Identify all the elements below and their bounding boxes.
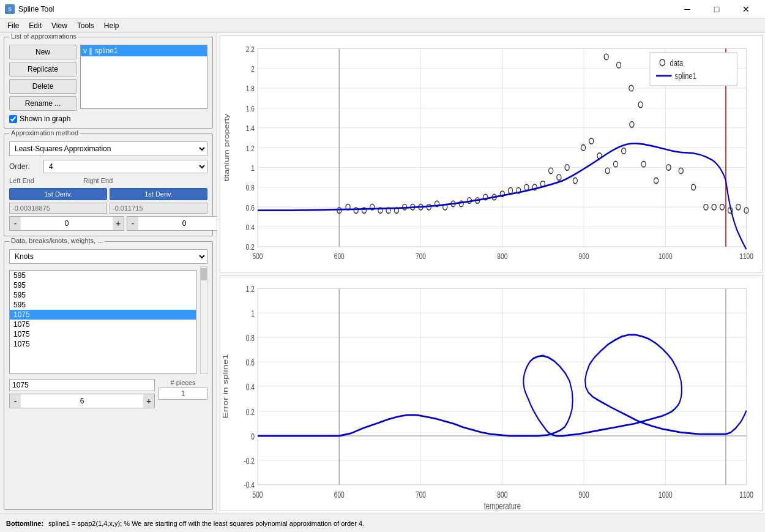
knot-stepper[interactable]: - + <box>9 394 155 408</box>
titlebar-left: S Spline Tool <box>5 4 54 14</box>
svg-text:data: data <box>670 58 683 68</box>
left-panel: List of approximations New Replicate Del… <box>0 33 217 514</box>
statusbar: Bottomline: spline1 = spap2(1,4,x,y); % … <box>0 514 765 532</box>
menu-help[interactable]: Help <box>99 18 124 32</box>
deriv-row: 1st Deriv. 1st Deriv. <box>9 188 207 200</box>
left-stepper[interactable]: - + <box>9 216 124 231</box>
svg-text:800: 800 <box>497 490 507 500</box>
left-stepper-plus[interactable]: + <box>113 217 124 230</box>
svg-text:1000: 1000 <box>659 490 673 500</box>
svg-text:-0.4: -0.4 <box>244 480 255 490</box>
svg-text:600: 600 <box>334 490 345 500</box>
pieces-row: - + # pieces 1 <box>9 379 207 408</box>
svg-text:temperature: temperature <box>484 500 521 511</box>
left-stepper-input[interactable] <box>21 219 113 228</box>
shown-in-graph-label: Shown in graph <box>20 114 70 123</box>
bottom-chart: -0.4 -0.2 0 0.2 0.4 0.6 0.8 1 1.2 500 60… <box>220 275 763 512</box>
menu-view[interactable]: View <box>47 18 72 32</box>
new-button[interactable]: New <box>9 45 76 59</box>
svg-text:0.2: 0.2 <box>246 407 255 417</box>
delete-button[interactable]: Delete <box>9 79 76 94</box>
knot-item-5[interactable]: 1075 <box>10 320 196 329</box>
svg-text:2: 2 <box>251 64 255 74</box>
statusbar-label: Bottomline: <box>6 520 43 527</box>
svg-text:1100: 1100 <box>739 490 753 500</box>
left-stepper-minus[interactable]: - <box>10 217 21 230</box>
svg-text:900: 900 <box>579 490 589 500</box>
statusbar-text: spline1 = spap2(1,4,x,y); % We are start… <box>48 520 364 527</box>
svg-text:500: 500 <box>253 490 263 500</box>
svg-text:1: 1 <box>251 163 255 173</box>
main-layout: List of approximations New Replicate Del… <box>0 33 765 514</box>
knot-item-0[interactable]: 595 <box>10 271 196 280</box>
svg-text:1.2: 1.2 <box>246 143 255 153</box>
svg-text:1100: 1100 <box>739 252 753 261</box>
menu-tools[interactable]: Tools <box>72 18 99 32</box>
data-group-title: Data, breaks/knots, weights, ... <box>9 237 105 244</box>
svg-text:2.2: 2.2 <box>246 44 255 54</box>
svg-text:0.4: 0.4 <box>246 223 255 233</box>
bottom-chart-svg: -0.4 -0.2 0 0.2 0.4 0.6 0.8 1 1.2 500 60… <box>220 275 762 511</box>
right-stepper-input[interactable] <box>138 219 217 228</box>
left-deriv-button[interactable]: 1st Deriv. <box>9 188 107 200</box>
pieces-left: - + <box>9 379 155 408</box>
svg-text:Error in spline1: Error in spline1 <box>222 354 229 418</box>
shown-in-graph-checkbox[interactable] <box>9 115 17 123</box>
right-stepper[interactable]: - + <box>127 216 217 231</box>
app-title: Spline Tool <box>18 5 54 13</box>
data-type-select[interactable]: Knots Data Weights Breaks <box>9 249 207 264</box>
order-label: Order: <box>9 162 40 171</box>
top-chart-svg: 0.2 0.4 0.6 0.8 1 1.2 1.4 1.6 1.8 2 2.2 … <box>220 36 762 272</box>
order-select[interactable]: 4 <box>43 160 207 173</box>
knot-stepper-input[interactable] <box>21 397 143 405</box>
maximize-button[interactable]: □ <box>703 0 731 18</box>
right-panel: 0.2 0.4 0.6 0.8 1 1.2 1.4 1.6 1.8 2 2.2 … <box>217 33 765 514</box>
svg-text:1.2: 1.2 <box>246 284 255 294</box>
svg-text:0: 0 <box>251 432 255 441</box>
approx-listbox[interactable]: v ‖ spline1 <box>80 45 207 109</box>
svg-text:0.2: 0.2 <box>246 242 255 252</box>
svg-text:1.6: 1.6 <box>246 103 255 113</box>
value-row: -0.00318875 -0.011715 <box>9 203 207 214</box>
svg-rect-99 <box>258 288 747 484</box>
right-stepper-minus[interactable]: - <box>127 217 138 230</box>
rename-button[interactable]: Rename ... <box>9 96 76 111</box>
minimize-button[interactable]: ─ <box>673 0 701 18</box>
svg-text:1.4: 1.4 <box>246 124 255 133</box>
knot-item-3[interactable]: 595 <box>10 300 196 310</box>
left-value-field: -0.00318875 <box>9 203 107 214</box>
shown-in-graph-row: Shown in graph <box>9 114 207 123</box>
close-button[interactable]: ✕ <box>732 0 760 18</box>
right-deriv-button[interactable]: 1st Deriv. <box>110 188 207 200</box>
menu-edit[interactable]: Edit <box>24 18 47 32</box>
approx-list-container: New Replicate Delete Rename ... v ‖ spli… <box>9 45 207 111</box>
svg-text:0.8: 0.8 <box>246 183 255 193</box>
menu-file[interactable]: File <box>2 18 24 32</box>
knot-item-1[interactable]: 595 <box>10 280 196 290</box>
knot-item-2[interactable]: 595 <box>10 290 196 300</box>
knot-item-6[interactable]: 1075 <box>10 329 196 339</box>
method-select[interactable]: Least-Squares Approximation Cubic Spline… <box>9 141 207 156</box>
approx-list-item[interactable]: v ‖ spline1 <box>81 45 207 56</box>
svg-text:0.8: 0.8 <box>246 333 255 343</box>
svg-text:600: 600 <box>334 252 345 261</box>
knot-item-4[interactable]: 1075 <box>10 310 196 320</box>
svg-text:-0.2: -0.2 <box>244 455 255 465</box>
svg-text:700: 700 <box>416 252 426 261</box>
pieces-value: 1 <box>159 388 207 400</box>
data-listbox[interactable]: 595 595 595 595 1075 1075 1075 1075 <box>9 270 196 374</box>
knot-item-7[interactable]: 1075 <box>10 339 196 349</box>
replicate-button[interactable]: Replicate <box>9 62 76 77</box>
svg-text:1: 1 <box>251 309 255 318</box>
knot-edit-input[interactable] <box>9 379 155 391</box>
pieces-right: # pieces 1 <box>159 379 207 400</box>
svg-text:0.6: 0.6 <box>246 358 255 367</box>
order-row: Order: 4 <box>9 160 207 173</box>
right-value-field: -0.011715 <box>110 203 207 214</box>
svg-text:800: 800 <box>497 252 507 261</box>
approx-group-title: List of approximations <box>9 33 78 40</box>
method-group: Approximation method Least-Squares Appro… <box>4 133 213 236</box>
knot-stepper-minus[interactable]: - <box>10 394 21 408</box>
knot-stepper-plus[interactable]: + <box>143 394 154 408</box>
left-end-label: Left End <box>9 177 34 184</box>
